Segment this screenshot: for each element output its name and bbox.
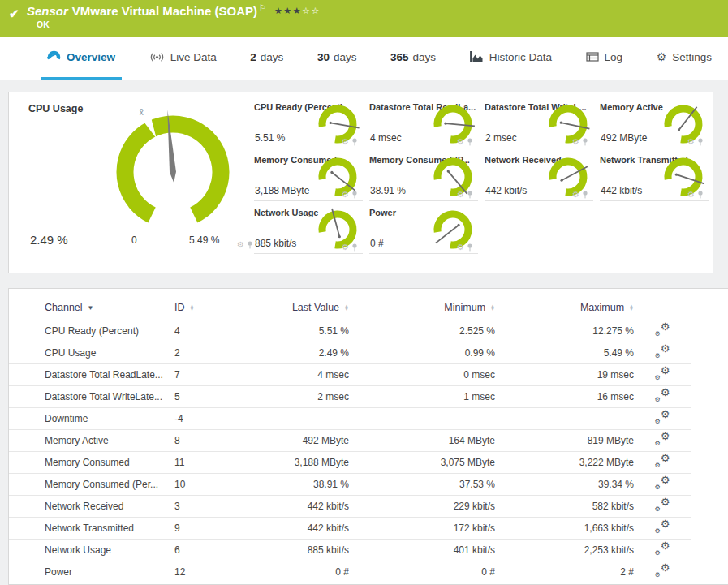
channel-settings-icon[interactable]: ⚙ ⚙ <box>655 476 670 490</box>
star-icon[interactable]: ★ <box>274 6 283 15</box>
sort-icon: ▲▼ <box>629 304 634 312</box>
gear-icon[interactable]: ⚙ <box>687 191 695 199</box>
column-header-id[interactable]: ID▲▼ <box>174 295 243 320</box>
tab-prefix: 30 <box>317 51 330 63</box>
minimum-cell: 1 msec <box>349 385 495 407</box>
gear-icon[interactable]: ⚙ <box>342 243 349 252</box>
pin-icon[interactable] <box>351 243 358 252</box>
mini-gauge-memory-consumed[interactable]: Memory Consumed 3,188 MByte ⚙ <box>254 155 363 201</box>
gauge-tools[interactable]: ⚙ <box>572 191 588 199</box>
mini-gauge-datastore-total-writel[interactable]: Datastore Total WriteL... 2 msec ⚙ <box>485 102 593 148</box>
tab-log[interactable]: Log <box>579 37 630 80</box>
gear-icon: ⚙ <box>661 497 670 507</box>
flag-icon[interactable]: ⚐ <box>259 3 266 12</box>
gear-icon[interactable]: ⚙ <box>572 138 579 146</box>
gear-icon[interactable]: ⚙ <box>457 138 464 146</box>
last-value-cell: 442 kbit/s <box>243 495 349 517</box>
cpu-usage-gauge: x̄ <box>106 105 239 242</box>
channel-settings-icon[interactable]: ⚙ ⚙ <box>655 389 670 402</box>
pin-icon[interactable] <box>467 191 473 199</box>
gear-icon[interactable]: ⚙ <box>572 191 579 199</box>
gear-icon[interactable]: ⚙ <box>687 138 695 146</box>
pin-icon[interactable] <box>351 138 358 146</box>
maximum-cell: 19 msec <box>495 363 634 385</box>
mini-gauge-value: 442 kbit/s <box>601 185 642 196</box>
gauge-tools[interactable]: ⚙ <box>687 191 704 199</box>
pin-icon[interactable] <box>582 138 588 146</box>
gear-icon[interactable]: ⚙ <box>342 138 349 146</box>
channel-settings-icon[interactable]: ⚙ ⚙ <box>655 411 670 424</box>
channel-cell: CPU Ready (Percent) <box>9 320 174 342</box>
gear-icon[interactable]: ⚙ <box>457 243 464 252</box>
mini-gauge-grid: CPU Ready (Percent) 5.51 % ⚙ Datastore T… <box>254 102 715 260</box>
tab-30-days[interactable]: 30 days <box>311 37 364 80</box>
gear-icon[interactable]: ⚙ <box>342 191 349 199</box>
mini-gauge-power[interactable]: Power 0 # ⚙ <box>369 208 478 254</box>
gauges-panel: CPU Usage x̄ 2.49 % 0 5.49 % ⚙ CPU Ready… <box>8 92 713 273</box>
mini-gauge-network-usage[interactable]: Network Usage 885 kbit/s ⚙ <box>254 208 363 254</box>
gauge-tools[interactable]: ⚙ <box>457 138 473 146</box>
table-row: Datastore Total ReadLate... 7 4 msec 0 m… <box>9 363 691 385</box>
pin-icon[interactable] <box>582 191 588 199</box>
channel-settings-icon[interactable]: ⚙ ⚙ <box>655 520 670 534</box>
channel-settings-icon[interactable]: ⚙ ⚙ <box>655 564 670 578</box>
tab-settings[interactable]: ⚙ Settings <box>650 37 718 80</box>
minimum-cell: 401 kbit/s <box>349 539 495 561</box>
star-icon[interactable]: ★ <box>293 6 302 15</box>
gear-icon[interactable]: ⚙ <box>457 191 464 199</box>
gauge-tools[interactable]: ⚙ <box>457 191 473 199</box>
tab-live-data[interactable]: Live Data <box>143 37 223 80</box>
gauge-tools[interactable]: ⚙ <box>572 138 588 146</box>
pin-icon[interactable] <box>247 241 253 249</box>
tab-365-days[interactable]: 365 days <box>384 37 442 80</box>
mini-gauge-datastore-total-readla[interactable]: Datastore Total ReadLa... 4 msec ⚙ <box>369 102 478 148</box>
star-icon[interactable]: ★ <box>283 6 292 15</box>
channel-settings-icon[interactable]: ⚙ ⚙ <box>655 432 670 446</box>
star-icon[interactable]: ☆ <box>302 6 311 15</box>
pin-icon[interactable] <box>467 138 473 146</box>
main-gauge-max-label: 5.49 % <box>189 234 219 246</box>
last-value-cell: 2.49 % <box>243 342 349 363</box>
star-icon[interactable]: ☆ <box>311 6 320 15</box>
gauge-tools[interactable]: ⚙ <box>457 243 473 252</box>
tab-label: Historic Data <box>489 51 552 63</box>
tab-label: Overview <box>67 51 115 63</box>
tab-2-days[interactable]: 2 days <box>243 37 290 80</box>
pin-icon[interactable] <box>697 191 704 199</box>
pin-icon[interactable] <box>697 138 704 146</box>
channel-settings-icon[interactable]: ⚙ ⚙ <box>655 345 670 359</box>
channel-settings-icon[interactable]: ⚙ ⚙ <box>655 367 670 381</box>
minimum-cell: 164 MByte <box>349 429 495 451</box>
mini-gauge-cpu-ready-percent[interactable]: CPU Ready (Percent) 5.51 % ⚙ <box>254 102 363 148</box>
channel-settings-icon[interactable]: ⚙ ⚙ <box>655 498 670 512</box>
minimum-cell: 3,075 MByte <box>349 451 495 473</box>
gauge-tools[interactable]: ⚙ <box>342 191 358 199</box>
gauge-tools[interactable]: ⚙ <box>342 138 358 146</box>
channel-settings-icon[interactable]: ⚙ ⚙ <box>655 323 670 337</box>
tab-historic-data[interactable]: Historic Data <box>463 37 558 80</box>
table-row: Memory Consumed (Per... 10 38.91 % 37.53… <box>9 473 691 495</box>
area-chart-icon <box>470 51 484 62</box>
gauge-tools[interactable]: ⚙ <box>342 243 358 252</box>
column-header-maximum[interactable]: Maximum▲▼ <box>495 295 634 320</box>
channel-settings-icon[interactable]: ⚙ ⚙ <box>655 542 670 556</box>
column-header-channel[interactable]: Channel▼ <box>9 295 174 320</box>
mini-gauge-memory-consumed-p[interactable]: Memory Consumed (P... 38.91 % ⚙ <box>369 155 478 201</box>
mini-gauge-network-transmitted[interactable]: Network Transmitted 442 kbit/s ⚙ <box>600 155 709 201</box>
channel-settings-icon[interactable]: ⚙ ⚙ <box>655 454 670 468</box>
gear-icon: ⚙ <box>661 343 670 354</box>
table-row: Network Received 3 442 kbit/s 229 kbit/s… <box>9 495 691 517</box>
pin-icon[interactable] <box>467 243 473 252</box>
mini-gauge-memory-active[interactable]: Memory Active 492 MByte ⚙ <box>600 102 709 148</box>
column-header-last-value[interactable]: Last Value▲▼ <box>243 295 349 320</box>
gauge-tools[interactable]: ⚙ <box>687 138 704 146</box>
tab-overview[interactable]: Overview <box>41 37 122 80</box>
gear-icon: ⚙ <box>655 441 661 447</box>
pin-icon[interactable] <box>351 191 358 199</box>
column-header-minimum[interactable]: Minimum▲▼ <box>349 295 495 320</box>
gear-icon[interactable]: ⚙ <box>237 241 244 249</box>
mini-gauge-network-received[interactable]: Network Received 442 kbit/s ⚙ <box>485 155 593 201</box>
priority-stars[interactable]: ★★★☆☆ <box>274 6 321 15</box>
channels-panel: Channel▼ID▲▼Last Value▲▼Minimum▲▼Maximum… <box>8 288 728 585</box>
gauge-tools[interactable]: ⚙ <box>237 241 253 249</box>
